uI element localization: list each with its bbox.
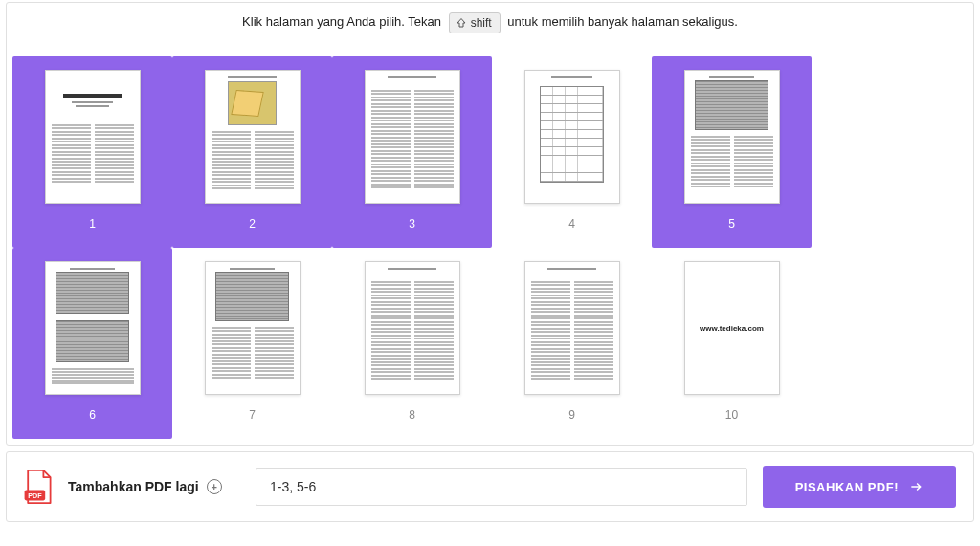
page-preview: www.tedieka.com — [684, 261, 780, 395]
page-thumb-4[interactable]: 4 — [492, 56, 652, 248]
page-preview — [205, 261, 301, 395]
page-number-label: 3 — [409, 217, 415, 230]
page-preview — [524, 70, 620, 204]
action-bar: PDF Tambahkan PDF lagi + PISAHKAN PDF! — [6, 451, 974, 522]
page-preview — [45, 261, 141, 395]
page-thumb-3[interactable]: 3 — [332, 56, 492, 248]
page-preview — [365, 70, 460, 204]
page-thumb-7[interactable]: 7 — [172, 248, 332, 439]
page-number-label: 2 — [249, 217, 256, 230]
page-preview — [45, 70, 141, 204]
page-thumb-8[interactable]: 8 — [332, 248, 492, 439]
page-preview — [684, 70, 780, 204]
split-pdf-label: PISAHKAN PDF! — [795, 480, 899, 494]
hint-text-before: Klik halaman yang Anda pilih. Tekan — [242, 14, 441, 29]
page-thumb-2[interactable]: 2 — [172, 56, 332, 248]
shift-arrow-icon — [456, 17, 467, 29]
page-number-label: 8 — [409, 408, 415, 422]
page-thumbnail-grid: 123456789www.tedieka.com10 — [12, 56, 968, 439]
shift-key-badge: shift — [449, 12, 501, 33]
page-number-label: 9 — [568, 408, 575, 422]
svg-text:PDF: PDF — [28, 491, 42, 500]
pdf-file-icon: PDF — [24, 470, 53, 504]
hint-text-after: untuk memilih banyak halaman sekaligus. — [507, 14, 738, 29]
split-pdf-button[interactable]: PISAHKAN PDF! — [763, 466, 956, 508]
page-thumb-10[interactable]: www.tedieka.com10 — [652, 248, 812, 439]
shift-key-label: shift — [471, 16, 492, 30]
add-pdf-button[interactable]: Tambahkan PDF lagi + — [68, 479, 240, 494]
page-number-label: 7 — [249, 408, 256, 422]
plus-circle-icon: + — [207, 479, 222, 494]
page-thumb-1[interactable]: 1 — [12, 56, 172, 248]
page-number-label: 4 — [568, 217, 575, 230]
page-preview — [365, 261, 460, 395]
arrow-right-icon — [908, 480, 924, 493]
add-pdf-label: Tambahkan PDF lagi — [68, 479, 199, 494]
page-thumb-6[interactable]: 6 — [12, 248, 172, 439]
page-number-label: 10 — [725, 408, 738, 422]
page-thumb-9[interactable]: 9 — [492, 248, 652, 439]
instruction-bar: Klik halaman yang Anda pilih. Tekan shif… — [7, 3, 973, 45]
page-preview — [205, 70, 301, 204]
page-number-label: 6 — [89, 408, 96, 422]
page-number-label: 1 — [89, 217, 96, 230]
page-preview — [524, 261, 620, 395]
page-thumb-5[interactable]: 5 — [652, 56, 812, 248]
page-range-input[interactable] — [256, 468, 747, 506]
page-number-label: 5 — [728, 217, 735, 230]
